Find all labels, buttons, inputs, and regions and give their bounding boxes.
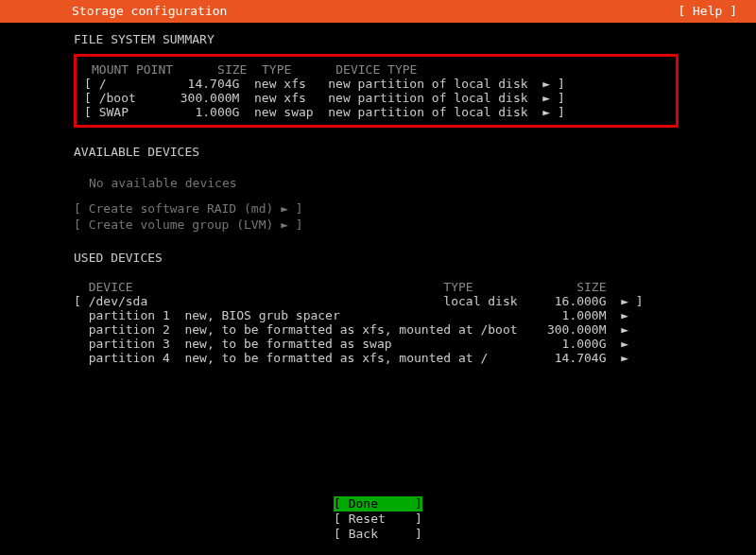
fs-summary-box: MOUNT POINT SIZE TYPE DEVICE TYPE [ / 14… (74, 54, 679, 128)
content-area: FILE SYSTEM SUMMARY MOUNT POINT SIZE TYP… (0, 23, 756, 365)
used-partition-row[interactable]: partition 4 new, to be formatted as xfs,… (74, 351, 690, 365)
used-columns: DEVICE TYPE SIZE (74, 280, 690, 294)
header-bar: Storage configuration [ Help ] (0, 0, 756, 23)
fs-summary-title: FILE SYSTEM SUMMARY (0, 32, 756, 46)
used-partition-row[interactable]: partition 3 new, to be formatted as swap… (74, 337, 690, 351)
page-title: Storage configuration (15, 0, 227, 23)
no-available-devices: No available devices (74, 176, 756, 190)
fs-summary-row[interactable]: [ / 14.704G new xfs new partition of loc… (84, 77, 668, 91)
used-title: USED DEVICES (74, 251, 690, 265)
back-button[interactable]: [ Back ] (334, 527, 422, 542)
used-devices: USED DEVICES DEVICE TYPE SIZE [ /dev/sda… (0, 251, 756, 365)
fs-summary-columns: MOUNT POINT SIZE TYPE DEVICE TYPE (84, 62, 668, 77)
footer-buttons: [ Done ] [ Reset ] [ Back ] (0, 496, 756, 542)
fs-summary-row[interactable]: [ SWAP 1.000G new swap new partition of … (84, 105, 668, 119)
used-partition-row[interactable]: partition 1 new, BIOS grub spacer 1.000M… (74, 308, 690, 322)
used-disk-row[interactable]: [ /dev/sda local disk 16.000G ► ] (74, 294, 690, 308)
available-title: AVAILABLE DEVICES (74, 145, 756, 159)
available-devices: AVAILABLE DEVICES No available devices [… (0, 145, 756, 232)
create-lvm-button[interactable]: [ Create volume group (LVM) ► ] (74, 217, 756, 232)
help-button[interactable]: [ Help ] (678, 0, 741, 23)
create-raid-button[interactable]: [ Create software RAID (md) ► ] (74, 201, 756, 216)
fs-summary-row[interactable]: [ /boot 300.000M new xfs new partition o… (84, 91, 668, 105)
reset-button[interactable]: [ Reset ] (334, 512, 422, 527)
used-partition-row[interactable]: partition 2 new, to be formatted as xfs,… (74, 322, 690, 337)
done-button[interactable]: [ Done ] (334, 496, 422, 512)
